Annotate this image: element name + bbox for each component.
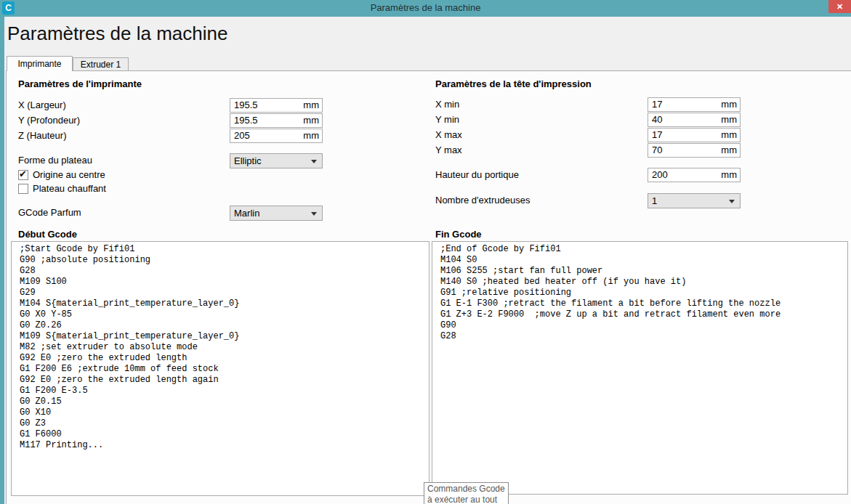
bed-shape-value: Elliptic xyxy=(234,154,262,168)
printer-settings-title: Paramètres de l'imprimante xyxy=(18,78,142,89)
window-title: Paramètres de la machine xyxy=(0,0,851,15)
extruder-count-dropdown[interactable]: 1 xyxy=(648,193,741,208)
y-min-unit: mm xyxy=(721,113,737,126)
page-title: Paramètres de la machine xyxy=(7,23,227,45)
heated-bed-label: Plateau chauffant xyxy=(33,184,106,194)
origin-center-label: Origine au centre xyxy=(33,170,105,180)
window-left-border xyxy=(0,17,4,504)
settings-panel: Paramètres de l'imprimante X (Largeur) 1… xyxy=(6,70,851,504)
x-max-value: 17 xyxy=(652,129,662,142)
gantry-height-unit: mm xyxy=(721,168,737,182)
y-min-input[interactable]: 40 mm xyxy=(648,113,741,127)
gantry-height-value: 200 xyxy=(652,168,668,182)
y-depth-unit: mm xyxy=(303,114,319,127)
x-width-unit: mm xyxy=(303,99,319,112)
origin-center-checkbox[interactable] xyxy=(18,170,28,180)
start-gcode-title: Début Gcode xyxy=(18,229,77,240)
x-max-label: X max xyxy=(435,128,462,142)
gantry-height-input[interactable]: 200 mm xyxy=(648,168,741,182)
y-min-label: Y min xyxy=(435,113,459,127)
z-height-unit: mm xyxy=(303,129,319,142)
bed-shape-label: Forme du plateau xyxy=(18,153,92,168)
x-width-value: 195.5 xyxy=(234,99,258,112)
z-height-label: Z (Hauteur) xyxy=(18,129,66,143)
gcode-flavor-value: Marlin xyxy=(234,206,259,220)
z-height-value: 205 xyxy=(234,129,250,142)
y-depth-input[interactable]: 195.5 mm xyxy=(230,113,323,128)
machine-settings-dialog: { "window": { "title": "Paramètres de la… xyxy=(0,0,851,504)
gcode-flavor-dropdown[interactable]: Marlin xyxy=(230,206,323,221)
x-width-label: X (Largeur) xyxy=(18,98,66,113)
gantry-height-label: Hauteur du portique xyxy=(435,168,519,182)
bed-shape-dropdown[interactable]: Elliptic xyxy=(230,153,323,168)
z-height-input[interactable]: 205 mm xyxy=(230,129,323,143)
close-icon: ✕ xyxy=(836,2,843,12)
y-depth-value: 195.5 xyxy=(234,114,258,127)
chevron-down-icon xyxy=(311,212,317,216)
tab-imprimante[interactable]: Imprimante xyxy=(7,56,73,71)
x-max-input[interactable]: 17 mm xyxy=(648,128,741,142)
heated-bed-checkbox[interactable] xyxy=(18,184,28,194)
y-max-unit: mm xyxy=(721,144,737,157)
printhead-settings-title: Paramètres de la tête d'impression xyxy=(435,78,592,89)
gcode-tooltip: Commandes Gcode à exécuter au tout xyxy=(424,482,509,504)
y-max-input[interactable]: 70 mm xyxy=(648,143,741,158)
extruder-count-label: Nombre d'extrudeuses xyxy=(435,193,530,208)
extruder-count-value: 1 xyxy=(652,194,657,208)
y-depth-label: Y (Profondeur) xyxy=(18,113,80,128)
tab-extruder-1[interactable]: Extruder 1 xyxy=(73,57,129,71)
close-button[interactable]: ✕ xyxy=(828,0,851,13)
x-min-value: 17 xyxy=(652,98,662,111)
gcode-flavor-label: GCode Parfum xyxy=(18,206,81,220)
x-min-unit: mm xyxy=(721,98,737,111)
start-gcode-textarea[interactable]: ;Start Gcode by Fifi01 G90 ;absolute pos… xyxy=(11,241,429,496)
tooltip-line: à exécuter au tout xyxy=(427,495,505,504)
y-max-value: 70 xyxy=(652,144,662,157)
x-min-label: X min xyxy=(435,97,459,112)
tooltip-line: Commandes Gcode xyxy=(427,484,505,495)
x-width-input[interactable]: 195.5 mm xyxy=(230,98,323,113)
window-titlebar: C Paramètres de la machine ✕ xyxy=(0,0,851,17)
x-max-unit: mm xyxy=(721,129,737,142)
y-max-label: Y max xyxy=(435,143,462,158)
chevron-down-icon xyxy=(729,200,735,203)
end-gcode-title: Fin Gcode xyxy=(435,229,482,240)
chevron-down-icon xyxy=(311,160,317,163)
end-gcode-textarea[interactable]: ;End of Gcode by Fifi01 M104 S0 M106 S25… xyxy=(432,241,848,495)
x-min-input[interactable]: 17 mm xyxy=(648,97,741,112)
y-min-value: 40 xyxy=(652,113,662,126)
